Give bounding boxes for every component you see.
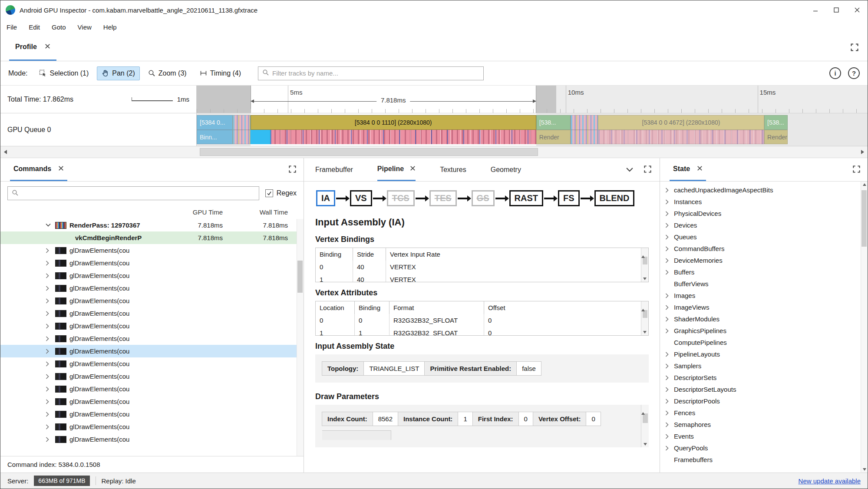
command-row[interactable]: glDrawElements(cou (0, 320, 304, 332)
state-item-Samplers[interactable]: Samplers (660, 360, 868, 372)
mode-pan-button[interactable]: Pan (2) (97, 66, 139, 80)
state-item-PipelineLayouts[interactable]: PipelineLayouts (660, 348, 868, 360)
chevron-right-icon[interactable] (46, 437, 52, 442)
state-item-QueryPools[interactable]: QueryPools (660, 442, 868, 454)
command-row[interactable]: glDrawElements(cou (0, 257, 304, 269)
commands-search-input[interactable] (22, 190, 255, 197)
timeline-horizontal-scrollbar[interactable] (0, 146, 868, 158)
chevron-right-icon[interactable] (46, 424, 52, 430)
menu-edit[interactable]: Edit (29, 23, 40, 31)
state-item-ImageViews[interactable]: ImageViews (660, 301, 868, 313)
state-item-GraphicsPipelines[interactable]: GraphicsPipelines (660, 325, 868, 337)
table-scrollbar[interactable] (641, 248, 648, 282)
timeline-slice[interactable]: [5384 0 0 1110] (2280x1080) (251, 115, 536, 144)
commands-search-box[interactable] (7, 186, 259, 200)
state-item-Semaphores[interactable]: Semaphores (660, 419, 868, 430)
table-row[interactable]: 00R32G32B32_SFLOAT0 (316, 314, 648, 327)
regex-option[interactable]: Regex (265, 189, 297, 197)
command-row[interactable]: glDrawElements(cou (0, 370, 304, 383)
state-item-Queues[interactable]: Queues (660, 231, 868, 243)
close-tab-icon[interactable] (697, 165, 703, 173)
state-item-Framebuffers[interactable]: Framebuffers (660, 454, 868, 466)
stage-tcs[interactable]: TCS (387, 190, 415, 206)
tab-profile[interactable]: Profile (9, 34, 56, 61)
chevron-right-icon[interactable] (46, 399, 52, 404)
chevron-right-icon[interactable] (46, 261, 52, 266)
scroll-down-icon[interactable] (643, 331, 647, 334)
chevron-right-icon[interactable] (46, 273, 52, 278)
menu-help[interactable]: Help (103, 23, 117, 31)
stage-ia[interactable]: IA (316, 190, 335, 206)
menu-goto[interactable]: Goto (52, 23, 66, 31)
scrollbar-thumb[interactable] (297, 261, 303, 293)
state-item-DeviceMemories[interactable]: DeviceMemories (660, 254, 868, 266)
tab-pipeline[interactable]: Pipeline (377, 158, 416, 181)
scrollbar-thumb[interactable] (643, 413, 648, 423)
close-tab-icon[interactable] (410, 165, 416, 173)
filter-tracks-input[interactable] (272, 69, 479, 77)
state-item-ShaderModules[interactable]: ShaderModules (660, 313, 868, 325)
command-row[interactable]: glDrawElements(cou (0, 307, 304, 320)
stage-vs[interactable]: VS (350, 190, 372, 206)
command-row[interactable]: glDrawElements(cou (0, 345, 304, 357)
state-item-Buffers[interactable]: Buffers (660, 266, 868, 278)
state-item-Devices[interactable]: Devices (660, 219, 868, 231)
table-scrollbar[interactable] (641, 301, 648, 335)
scroll-left-icon[interactable] (4, 150, 7, 154)
command-row[interactable]: glDrawElements(cou (0, 408, 304, 420)
scroll-down-icon[interactable] (644, 443, 647, 446)
chevron-down-icon[interactable] (46, 223, 52, 227)
state-item-DescriptorSets[interactable]: DescriptorSets (660, 372, 868, 383)
scroll-up-icon[interactable] (641, 405, 645, 415)
tab-textures[interactable]: Textures (440, 158, 466, 181)
state-item-DescriptorSetLayouts[interactable]: DescriptorSetLayouts (660, 383, 868, 395)
chevron-right-icon[interactable] (46, 286, 52, 291)
command-row[interactable]: RenderPass: 129703677.818ms7.818ms (0, 219, 304, 231)
fullscreen-icon[interactable] (852, 165, 861, 175)
scrollbar-thumb[interactable] (200, 148, 538, 156)
chevron-right-icon[interactable] (46, 336, 52, 341)
state-item-Events[interactable]: Events (660, 430, 868, 442)
menu-view[interactable]: View (78, 23, 92, 31)
fullscreen-icon[interactable] (644, 165, 652, 175)
state-item-CommandBuffers[interactable]: CommandBuffers (660, 243, 868, 254)
chevron-right-icon[interactable] (46, 324, 52, 329)
commands-scrollbar[interactable] (297, 219, 304, 456)
table-row[interactable]: 11R32G32B32_SFLOAT0 (316, 327, 648, 336)
stage-tes[interactable]: TES (429, 190, 457, 206)
chevron-right-icon[interactable] (46, 298, 52, 304)
chevron-down-icon[interactable] (626, 166, 633, 173)
stage-blend[interactable]: BLEND (594, 190, 635, 206)
timeline-slice[interactable]: [538... Render (764, 115, 788, 144)
scroll-up-icon[interactable] (641, 301, 645, 311)
state-item-ComputePipelines[interactable]: ComputePipelines (660, 337, 868, 348)
close-tab-icon[interactable] (58, 165, 64, 173)
fullscreen-icon[interactable] (850, 43, 859, 53)
command-row[interactable]: glDrawElements(cou (0, 332, 304, 345)
chevron-right-icon[interactable] (46, 361, 52, 367)
help-icon[interactable]: ? (848, 67, 860, 79)
table-row[interactable]: 140VERTEX (316, 273, 648, 282)
stage-gs[interactable]: GS (472, 190, 495, 206)
timeline-slice[interactable] (233, 115, 250, 144)
gpu-queue-track[interactable]: [5384 0... Binn... [5384 0 0 1110] (2280… (197, 113, 868, 146)
state-item-PhysicalDevices[interactable]: PhysicalDevices (660, 208, 868, 219)
chevron-right-icon[interactable] (46, 349, 52, 354)
command-row[interactable]: glDrawElements(cou (0, 395, 304, 408)
chevron-right-icon[interactable] (46, 248, 52, 253)
state-item-cachedUnpackedImageAspectBits[interactable]: cachedUnpackedImageAspectBits (660, 184, 868, 196)
command-row[interactable]: glDrawElements(cou (0, 420, 304, 433)
scroll-down-icon[interactable] (643, 278, 647, 280)
close-button[interactable] (847, 0, 868, 20)
timeline-ruler[interactable]: 5ms 10ms 15ms 7.818ms (197, 86, 868, 113)
update-link[interactable]: New update available (799, 477, 861, 485)
mode-timing-button[interactable]: Timing (4) (195, 66, 246, 80)
tab-commands[interactable]: Commands (10, 158, 67, 181)
command-row[interactable]: glDrawElements(cou (0, 294, 304, 307)
menu-file[interactable]: File (7, 23, 17, 31)
state-item-Fences[interactable]: Fences (660, 407, 868, 419)
close-tab-icon[interactable] (45, 43, 50, 51)
timeline-slice[interactable]: [5384 0 0 4672] (2280x1080) (598, 115, 764, 144)
stage-rast[interactable]: RAST (509, 190, 543, 206)
chevron-right-icon[interactable] (46, 374, 52, 379)
